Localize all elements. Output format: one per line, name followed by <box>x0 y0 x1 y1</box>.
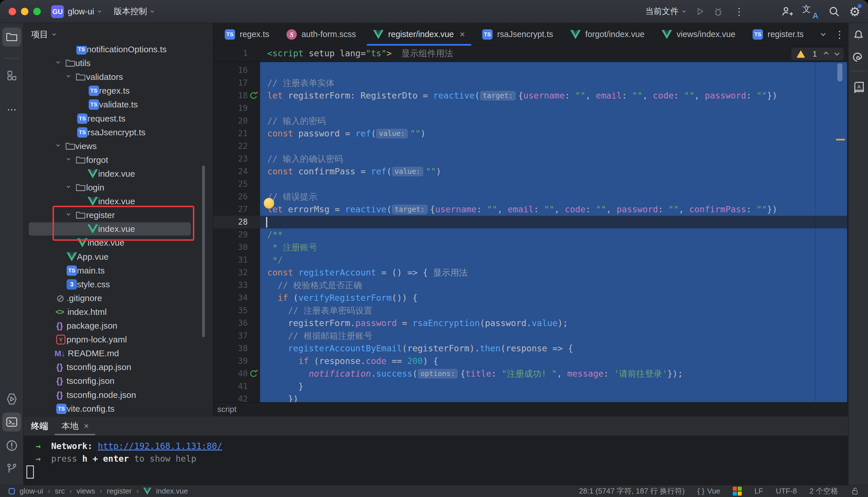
breadcrumb[interactable]: script <box>217 402 236 416</box>
code-viewport[interactable]: 1617// 注册表单实体18let registerForm: Registe… <box>213 62 849 425</box>
crumb-views[interactable]: views <box>76 487 95 496</box>
chevron-down-icon[interactable] <box>67 73 70 77</box>
line-number-40[interactable]: 40 <box>213 367 248 380</box>
next-problem-icon[interactable] <box>835 51 840 56</box>
status-breadcrumbs[interactable]: glow-ui › src › views › register › index… <box>9 487 188 496</box>
debug-button[interactable] <box>709 0 727 23</box>
tab-forgot/index.vue[interactable]: forgot/index.vue <box>562 23 653 46</box>
line-number-16[interactable]: 16 <box>213 64 248 77</box>
intention-bulb-icon[interactable] <box>264 198 274 208</box>
problems-toolwindow-button[interactable] <box>2 436 21 455</box>
tree-item-App.vue[interactable]: App.vue <box>24 250 213 264</box>
tree-item-regex.ts[interactable]: TSregex.ts <box>24 84 213 98</box>
tab-list-chevron-icon[interactable] <box>821 31 826 36</box>
line-number-36[interactable]: 36 <box>213 317 248 329</box>
translate-button[interactable]: 文A <box>801 0 819 23</box>
line-number-32[interactable]: 32 <box>213 266 248 279</box>
tab-regex.ts[interactable]: TSregex.ts <box>216 23 278 46</box>
line-number-41[interactable]: 41 <box>213 380 248 393</box>
tab-register.ts[interactable]: TSregister.ts <box>744 23 812 46</box>
tab-auth-form.scss[interactable]: Sauth-form.scss <box>278 23 365 46</box>
tree-item-style.css[interactable]: 3style.css <box>24 278 213 291</box>
tree-item-index.vue[interactable]: index.vue <box>24 167 213 181</box>
encoding-widget[interactable]: UTF-8 <box>776 487 797 496</box>
line-number-31[interactable]: 31 <box>213 254 248 266</box>
project-panel-header[interactable]: 项目 <box>31 23 55 46</box>
tree-item-request.ts[interactable]: TSrequest.ts <box>24 112 213 126</box>
line-number-38[interactable]: 38 <box>213 342 248 355</box>
tab-views/index.vue[interactable]: views/index.vue <box>653 23 744 46</box>
recursive-call-gutter-icon[interactable] <box>249 91 258 100</box>
terminal-tab-close-icon[interactable]: × <box>84 416 89 436</box>
inlay-hint[interactable]: target: <box>392 204 428 214</box>
run-configuration-selector[interactable]: 当前文件 <box>645 0 685 23</box>
tree-item-package.json[interactable]: {}package.json <box>24 319 213 333</box>
line-number-17[interactable]: 17 <box>213 77 248 89</box>
indent-widget[interactable]: 2 个空格 <box>809 486 838 496</box>
microsoft-logo-icon[interactable] <box>733 487 742 496</box>
line-number-39[interactable]: 39 <box>213 355 248 367</box>
close-window-button[interactable] <box>9 8 16 15</box>
tab-options-icon[interactable]: ⋮ <box>835 29 844 40</box>
inlay-hint[interactable]: value: <box>392 167 423 176</box>
tree-item-rsaJsencrypt.ts[interactable]: TSrsaJsencrypt.ts <box>24 126 213 139</box>
line-number-28[interactable]: 28 <box>213 216 248 228</box>
file-type-widget[interactable]: { } Vue <box>697 487 720 496</box>
tree-item-pnpm-lock.yaml[interactable]: Ypnpm-lock.yaml <box>24 333 213 346</box>
inlay-hint[interactable]: options: <box>418 369 458 379</box>
line-number-22[interactable]: 22 <box>213 140 248 153</box>
git-toolwindow-button[interactable] <box>2 459 21 478</box>
ai-assistant-button[interactable] <box>849 48 868 67</box>
line-number-18[interactable]: 18 <box>213 89 248 102</box>
tree-item-tsconfig.json[interactable]: {}tsconfig.json <box>24 374 213 388</box>
editor-scrollbar[interactable] <box>837 63 842 82</box>
tree-item-validate.ts[interactable]: TSvalidate.ts <box>24 98 213 112</box>
project-menu-button[interactable]: glow-ui <box>68 0 101 23</box>
minimize-window-button[interactable] <box>21 8 28 15</box>
tree-item-README.md[interactable]: M↓README.md <box>24 346 213 360</box>
line-number-33[interactable]: 33 <box>213 279 248 292</box>
line-number-21[interactable]: 21 <box>213 127 248 140</box>
search-everywhere-button[interactable] <box>825 0 843 23</box>
project-toolwindow-button[interactable] <box>2 28 21 46</box>
chevron-down-icon[interactable] <box>67 157 70 160</box>
zoom-window-button[interactable] <box>33 8 41 15</box>
line-ending-widget[interactable]: LF <box>754 487 763 496</box>
crumb-src[interactable]: src <box>55 487 65 496</box>
tree-item-views[interactable]: views <box>24 139 213 153</box>
line-number-37[interactable]: 37 <box>213 329 248 342</box>
terminal-tab[interactable]: 本地 <box>61 416 79 436</box>
tree-item-tsconfig.app.json[interactable]: {}tsconfig.app.json <box>24 360 213 374</box>
chevron-down-icon[interactable] <box>56 143 60 146</box>
line-number-34[interactable]: 34 <box>213 292 248 304</box>
prev-problem-icon[interactable] <box>824 52 829 57</box>
tree-item-vite.config.ts[interactable]: TSvite.config.ts <box>24 402 213 416</box>
close-tab-icon[interactable]: × <box>459 29 465 40</box>
tree-item-tsconfig.node.json[interactable]: {}tsconfig.node.json <box>24 388 213 402</box>
inlay-hint[interactable]: target: <box>480 91 516 101</box>
crumb-project[interactable]: glow-ui <box>19 487 43 496</box>
tree-item-main.ts[interactable]: TSmain.ts <box>24 264 213 278</box>
run-button[interactable] <box>691 0 708 23</box>
notifications-button[interactable] <box>849 26 868 45</box>
line-number-25[interactable]: 25 <box>213 178 248 190</box>
crumb-file[interactable]: index.vue <box>156 487 188 496</box>
structure-toolwindow-button[interactable] <box>2 66 21 85</box>
services-toolwindow-button[interactable] <box>2 389 21 409</box>
tree-item-notificationOptions.ts[interactable]: TSnotificationOptions.ts <box>24 46 213 56</box>
unlock-icon[interactable] <box>851 487 859 496</box>
chevron-down-icon[interactable] <box>56 60 60 63</box>
settings-button[interactable]: ⚙ <box>846 0 864 23</box>
dictionary-button[interactable]: A <box>849 78 868 97</box>
tree-item-.gitignore[interactable]: ⊘.gitignore <box>24 291 213 305</box>
caret-position-widget[interactable]: 28:1 (5747 字符, 187 行 换行符) <box>579 486 685 496</box>
tree-item-forgot[interactable]: forgot <box>24 153 213 167</box>
inspections-widget[interactable]: 1 <box>791 48 844 60</box>
tree-item-index.html[interactable]: <>index.html <box>24 305 213 319</box>
line-number-30[interactable]: 30 <box>213 241 248 254</box>
tree-item-validators[interactable]: validators <box>24 70 213 84</box>
code-with-me-button[interactable] <box>778 0 796 23</box>
terminal-link[interactable]: http://192.168.1.131:80/ <box>98 441 222 451</box>
tree-item-login[interactable]: login <box>24 181 213 195</box>
recursive-call-gutter-icon[interactable] <box>249 369 258 378</box>
